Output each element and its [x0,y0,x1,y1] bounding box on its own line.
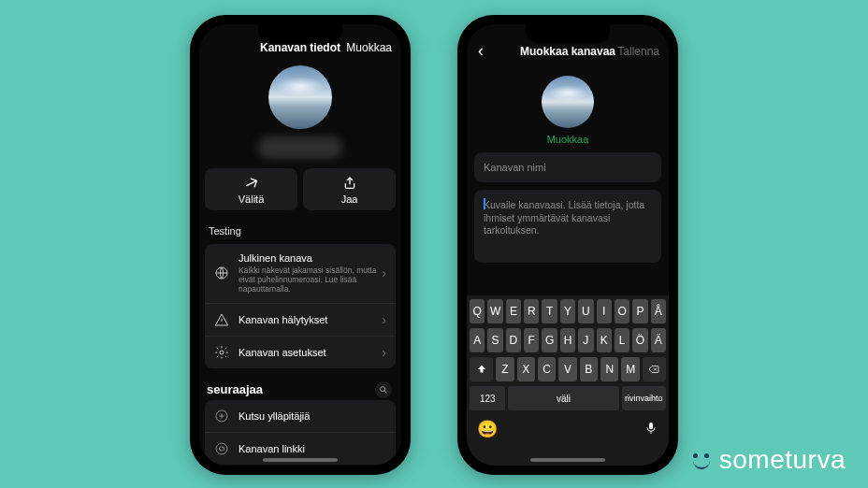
forward-button[interactable]: Välitä [205,168,297,210]
return-key[interactable]: rivinvaihto [622,386,666,410]
link-icon [214,441,229,456]
keyboard-row-2: ASDFGHJKLÖÄ [470,328,666,352]
brand-logo: someturva [689,445,846,475]
name-placeholder: Kanavan nimi [484,162,546,173]
share-button[interactable]: Jaa [303,168,396,210]
key-c[interactable]: C [538,357,556,381]
forward-label: Välitä [239,194,265,205]
key-a[interactable]: A [470,328,485,352]
followers-heading: seuraajaa [207,382,263,396]
header: ‹ Muokkaa kanavaa Tallenna [467,24,669,66]
forward-icon [244,176,259,191]
phone-channel-info: Kanavan tiedot Muokkaa Välitä Jaa Testin… [190,15,411,475]
channel-name-input[interactable]: Kanavan nimi [474,152,661,182]
key-p[interactable]: P [632,299,647,323]
key-v[interactable]: V [558,357,576,381]
alert-icon [214,312,229,327]
svg-rect-5 [649,423,653,429]
key-s[interactable]: S [487,328,502,352]
page-title: Kanavan tiedot [260,41,340,54]
channel-name-blurred [258,136,342,159]
key-n[interactable]: N [600,357,618,381]
mic-icon [644,419,658,438]
invite-admins-item[interactable]: Kutsu ylläpitäjiä [205,400,396,433]
key-f[interactable]: F [524,328,539,352]
back-button[interactable]: ‹ [476,41,484,61]
key-i[interactable]: I [597,299,612,323]
page-title: Muokkaa kanavaa [520,45,615,58]
key-b[interactable]: B [580,357,598,381]
channel-alerts-item[interactable]: Kanavan hälytykset › [205,304,396,337]
share-icon [342,176,357,191]
chevron-right-icon: › [382,312,386,327]
key-d[interactable]: D [506,328,521,352]
phone-edit-channel: ‹ Muokkaa kanavaa Tallenna Muokkaa Kanav… [457,15,678,475]
channel-desc-input[interactable]: Kuvaile kanavaasi. Lisää tietoja, jotta … [474,190,661,263]
chevron-right-icon: › [382,266,386,280]
space-key[interactable]: väli [508,386,618,410]
keyboard-row-3: ZXCVBNM [470,357,666,381]
key-o[interactable]: O [615,299,629,323]
key-ö[interactable]: Ö [632,328,647,352]
home-indicator[interactable] [530,458,605,462]
desc-placeholder: Kuvaile kanavaasi. Lisää tietoja, jotta … [484,199,644,236]
channel-avatar[interactable] [542,76,594,128]
plus-icon [214,409,229,423]
header: Kanavan tiedot Muokkaa [199,24,401,60]
key-t[interactable]: T [542,299,557,323]
key-l[interactable]: L [615,328,629,352]
globe-icon [214,266,229,280]
search-button[interactable] [375,381,392,398]
settings-label: Kanavan asetukset [239,347,386,358]
search-icon [379,385,388,395]
alerts-label: Kanavan hälytykset [239,314,386,325]
key-u[interactable]: U [578,299,593,323]
text-cursor [484,198,485,209]
key-q[interactable]: Q [470,299,485,323]
key-y[interactable]: Y [560,299,575,323]
brand-face-icon [689,448,714,472]
public-channel-sub: Kaikki näkevät jakamasi sisällön, mutta … [239,266,386,294]
keyboard: QWERTYUIOPÅ ASDFGHJKLÖÄ ZXCVBNM 123 väli… [467,295,669,466]
key-ä[interactable]: Ä [651,328,666,352]
public-channel-item[interactable]: Julkinen kanava Kaikki näkevät jakamasi … [205,244,396,304]
key-x[interactable]: X [517,357,535,381]
key-z[interactable]: Z [496,357,514,381]
gear-icon [214,345,229,360]
channel-settings-item[interactable]: Kanavan asetukset › [205,337,396,368]
key-k[interactable]: K [597,328,612,352]
shift-key[interactable] [470,357,493,381]
svg-point-2 [381,386,385,391]
share-label: Jaa [341,194,358,205]
link-label: Kanavan linkki [239,443,386,454]
key-r[interactable]: R [524,299,539,323]
svg-point-1 [220,351,224,354]
edit-button[interactable]: Muokkaa [346,41,392,54]
chevron-right-icon: › [382,345,386,360]
channel-avatar[interactable] [268,65,332,129]
key-e[interactable]: E [506,299,521,323]
channel-description: Testing [199,218,401,244]
backspace-icon [647,364,660,375]
brand-text: someturva [719,445,846,475]
invite-label: Kutsu ylläpitäjiä [239,410,386,422]
key-m[interactable]: M [621,357,639,381]
shift-icon [476,364,487,375]
key-å[interactable]: Å [651,299,666,323]
key-j[interactable]: J [578,328,593,352]
numbers-key[interactable]: 123 [470,386,505,410]
edit-avatar-link[interactable]: Muokkaa [547,134,589,145]
key-g[interactable]: G [542,328,557,352]
emoji-button[interactable]: 😀 [477,419,498,439]
key-h[interactable]: H [560,328,575,352]
dictation-button[interactable] [644,419,658,439]
key-w[interactable]: W [487,299,502,323]
keyboard-row-1: QWERTYUIOPÅ [470,299,666,323]
backspace-key[interactable] [643,357,666,381]
home-indicator[interactable] [263,458,338,462]
public-channel-title: Julkinen kanava [239,252,386,264]
svg-point-4 [216,443,227,454]
save-button[interactable]: Tallenna [617,45,659,58]
